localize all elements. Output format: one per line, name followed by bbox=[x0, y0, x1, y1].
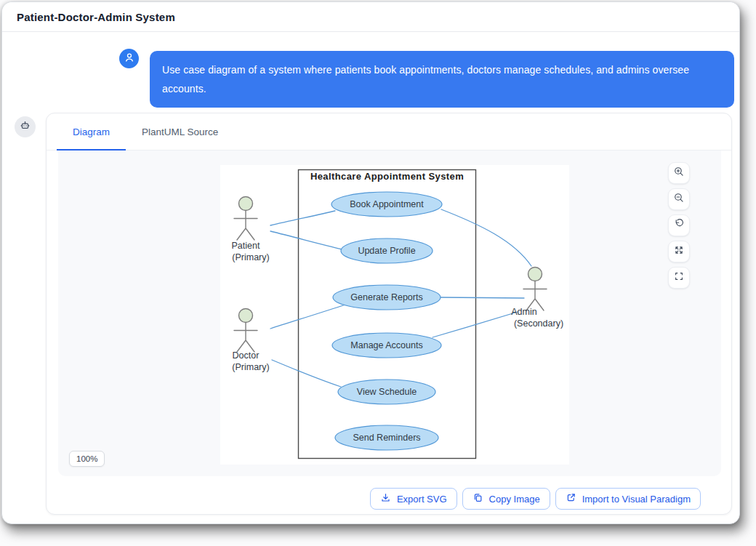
diagram-canvas[interactable]: Healthcare Appointment System bbox=[220, 165, 569, 465]
usecase-book-appointment-label: Book Appointment bbox=[350, 199, 424, 209]
external-link-icon bbox=[566, 492, 576, 505]
app-header: Patient-Doctor-Admin System bbox=[2, 2, 739, 32]
reset-view-button[interactable] bbox=[668, 214, 690, 236]
tab-bar: Diagram PlantUML Source bbox=[47, 113, 731, 150]
copy-image-label: Copy Image bbox=[489, 494, 540, 505]
zoom-controls bbox=[668, 162, 690, 289]
diagram-viewport: Healthcare Appointment System bbox=[58, 150, 721, 476]
app-window: Patient-Doctor-Admin System Use case dia… bbox=[1, 1, 740, 524]
zoom-in-icon bbox=[673, 166, 685, 180]
actor-admin bbox=[523, 268, 547, 311]
actor-patient-role: (Primary) bbox=[232, 252, 269, 262]
usecase-generate-reports-label: Generate Reports bbox=[350, 292, 422, 302]
actor-admin-role: (Secondary) bbox=[514, 318, 563, 329]
expand-arrows-icon bbox=[673, 244, 685, 259]
tab-diagram-label: Diagram bbox=[73, 127, 110, 137]
bot-avatar bbox=[15, 116, 36, 137]
fit-to-screen-button[interactable] bbox=[668, 241, 690, 262]
zoom-in-button[interactable] bbox=[668, 162, 690, 184]
actor-doctor-name: Doctor bbox=[233, 350, 260, 361]
usecase-update-profile-label: Update Profile bbox=[358, 246, 415, 256]
user-message-bubble: Use case diagram of a system where patie… bbox=[150, 51, 734, 108]
copy-image-button[interactable]: Copy Image bbox=[462, 488, 550, 510]
tab-plantuml-source[interactable]: PlantUML Source bbox=[126, 113, 234, 150]
fullscreen-icon bbox=[673, 270, 685, 285]
screen: Patient-Doctor-Admin System Use case dia… bbox=[0, 0, 756, 546]
page-title: Patient-Doctor-Admin System bbox=[17, 11, 175, 23]
person-icon bbox=[124, 52, 135, 66]
import-to-visual-paradigm-label: Import to Visual Paradigm bbox=[582, 494, 691, 505]
actor-doctor-role: (Primary) bbox=[232, 362, 269, 372]
tab-diagram[interactable]: Diagram bbox=[57, 113, 126, 150]
card-footer: Export SVG Copy Image bbox=[370, 488, 701, 510]
diagram-card: Diagram PlantUML Source Healthcare Appoi… bbox=[46, 113, 732, 515]
import-to-visual-paradigm-button[interactable]: Import to Visual Paradigm bbox=[555, 488, 701, 510]
zoom-out-button[interactable] bbox=[668, 188, 690, 210]
robot-icon bbox=[19, 119, 31, 135]
export-svg-button[interactable]: Export SVG bbox=[370, 488, 457, 510]
download-icon bbox=[380, 492, 391, 505]
usecase-send-reminders-label: Send Reminders bbox=[353, 433, 420, 443]
usecase-diagram: Healthcare Appointment System bbox=[220, 165, 569, 465]
usecase-view-schedule-label: View Schedule bbox=[357, 387, 417, 397]
user-avatar bbox=[119, 49, 139, 68]
reset-icon bbox=[673, 218, 685, 233]
actor-patient-name: Patient bbox=[232, 241, 260, 251]
export-svg-label: Export SVG bbox=[397, 494, 447, 505]
usecase-manage-accounts-label: Manage Accounts bbox=[350, 340, 422, 350]
actor-doctor bbox=[234, 309, 257, 353]
fullscreen-button[interactable] bbox=[668, 267, 690, 289]
actor-admin-name: Admin bbox=[511, 307, 536, 317]
zoom-out-icon bbox=[673, 192, 685, 206]
system-title: Healthcare Appointment System bbox=[310, 171, 464, 182]
zoom-level-badge: 100% bbox=[69, 451, 105, 467]
copy-icon bbox=[472, 492, 483, 505]
actor-patient bbox=[234, 197, 257, 241]
tab-plantuml-source-label: PlantUML Source bbox=[142, 127, 218, 137]
